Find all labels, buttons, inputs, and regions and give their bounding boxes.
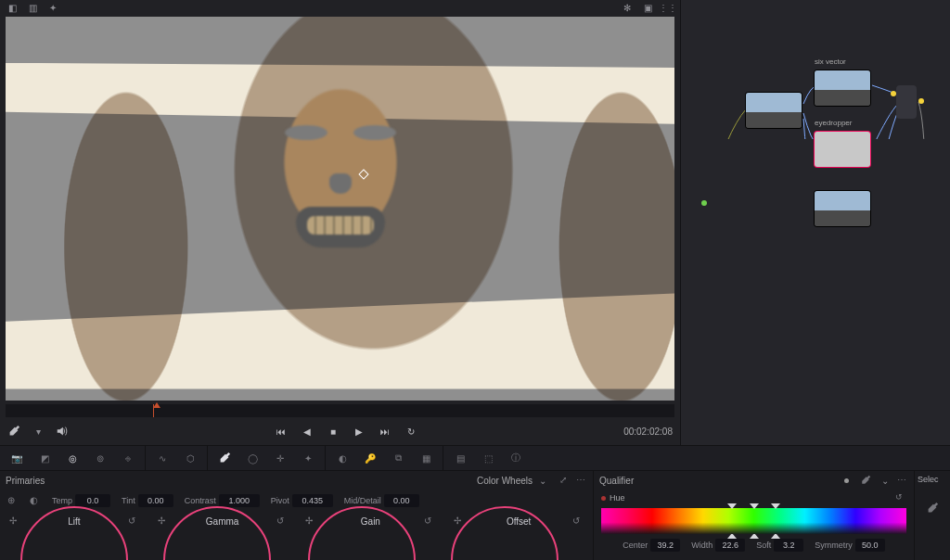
- color-match-icon[interactable]: ◩: [37, 451, 52, 465]
- gamma-adjust-icon[interactable]: ✢: [158, 515, 169, 527]
- wand-icon[interactable]: ✦: [46, 1, 59, 14]
- center-label: Center: [623, 541, 648, 550]
- curves-icon[interactable]: ∿: [155, 451, 170, 465]
- contrast-input[interactable]: [219, 494, 260, 507]
- color-wheels-icon[interactable]: ◎: [65, 451, 80, 465]
- temp-input[interactable]: [75, 494, 110, 507]
- middetail-input[interactable]: [384, 494, 419, 507]
- qualifier-title: Qualifier: [599, 476, 634, 486]
- blur-icon[interactable]: ◐: [335, 451, 350, 465]
- next-frame-button[interactable]: ⏭: [379, 425, 392, 438]
- node-port[interactable]: [891, 91, 896, 96]
- node-port[interactable]: [918, 98, 924, 104]
- selection-eyedropper-icon[interactable]: [925, 501, 940, 515]
- center-input[interactable]: [650, 539, 680, 552]
- audio-mute-icon[interactable]: [56, 425, 69, 438]
- node-04[interactable]: 04: [815, 191, 870, 226]
- split-view-icon[interactable]: ▥: [26, 1, 39, 14]
- eyedropper-tool-icon[interactable]: [7, 425, 20, 438]
- symmetry-input[interactable]: [855, 539, 885, 552]
- pivot-label: Pivot: [271, 496, 289, 505]
- window-icon[interactable]: ◯: [245, 451, 260, 465]
- node-label: eyedropper: [815, 119, 852, 127]
- symmetry-label: Symmetry: [815, 541, 853, 550]
- first-frame-button[interactable]: ⏮: [275, 425, 288, 438]
- width-label: Width: [691, 541, 712, 550]
- hue-spectrum[interactable]: [601, 508, 906, 534]
- graph-input-dot[interactable]: [701, 200, 707, 206]
- node-03[interactable]: 03: [815, 132, 870, 167]
- hue-label: Hue: [610, 493, 625, 503]
- qualifier-eyedropper-icon[interactable]: [858, 473, 873, 488]
- gain-reset-icon[interactable]: ↺: [424, 515, 435, 527]
- dropdown-caret-icon[interactable]: ▾: [33, 426, 43, 436]
- options-icon[interactable]: ⋯: [576, 475, 587, 486]
- hue-enable-dot[interactable]: [601, 496, 606, 501]
- tint-label: Tint: [122, 496, 135, 505]
- stop-button[interactable]: ■: [327, 425, 340, 438]
- sizing-icon[interactable]: ⧉: [391, 451, 405, 465]
- picker-icon[interactable]: ◐: [30, 495, 41, 506]
- expand-icon[interactable]: ⤢: [559, 475, 571, 486]
- highlight-b-icon[interactable]: ▣: [641, 1, 654, 14]
- offset-reset-icon[interactable]: ↺: [572, 515, 584, 527]
- stereo-icon[interactable]: ▦: [418, 451, 433, 465]
- hue-reset-icon[interactable]: ↺: [895, 492, 906, 503]
- options-icon[interactable]: ⋯: [897, 475, 908, 486]
- width-input[interactable]: [715, 539, 745, 552]
- primaries-title: Primaries: [6, 476, 45, 486]
- node-02[interactable]: 02: [815, 70, 870, 106]
- magic-mask-icon[interactable]: ✦: [301, 451, 315, 465]
- rgb-mixer-icon[interactable]: ⊚: [93, 451, 108, 465]
- motion-effects-icon[interactable]: ⎆: [121, 451, 135, 465]
- gain-adjust-icon[interactable]: ✢: [305, 515, 316, 527]
- soft-input[interactable]: [774, 539, 803, 552]
- selection-panel-title: Selec: [918, 475, 947, 484]
- node-graph[interactable]: 01 six vector 02 eyedropper 03 04: [681, 0, 950, 445]
- contrast-label: Contrast: [185, 496, 216, 505]
- auto-balance-icon[interactable]: ⊕: [7, 495, 19, 506]
- viewer-timeline[interactable]: [6, 404, 674, 417]
- gamma-reset-icon[interactable]: ↺: [276, 515, 288, 527]
- tint-input[interactable]: [138, 494, 173, 507]
- qualifier-mode-dot[interactable]: [844, 478, 849, 483]
- chevron-down-icon[interactable]: ⌄: [880, 476, 890, 485]
- soft-label: Soft: [756, 541, 771, 550]
- lift-adjust-icon[interactable]: ✢: [9, 515, 20, 527]
- key-icon[interactable]: 🔑: [363, 451, 378, 465]
- node-01[interactable]: 01: [746, 93, 802, 128]
- viewer-canvas[interactable]: [6, 17, 674, 401]
- timecode-display[interactable]: 00:02:02:08: [623, 426, 673, 437]
- temp-label: Temp: [52, 496, 72, 505]
- chevron-down-icon[interactable]: ⌄: [538, 476, 547, 485]
- loop-button[interactable]: ↻: [404, 425, 417, 438]
- scopes-icon[interactable]: ⬚: [481, 451, 495, 465]
- tracking-icon[interactable]: ✛: [273, 451, 288, 465]
- node-mixer[interactable]: [896, 85, 917, 119]
- keyframes-icon[interactable]: ▤: [453, 451, 468, 465]
- color-warper-icon[interactable]: ⬡: [183, 451, 198, 465]
- lift-reset-icon[interactable]: ↺: [128, 515, 139, 527]
- wheel-mode-selector[interactable]: Color Wheels: [477, 476, 533, 486]
- qualifier-icon[interactable]: [217, 451, 232, 465]
- info-icon[interactable]: ⓘ: [508, 451, 523, 465]
- pivot-input[interactable]: [292, 494, 333, 507]
- prev-frame-button[interactable]: ◀: [301, 425, 314, 438]
- view-options-icon[interactable]: ⋮⋮: [661, 1, 674, 14]
- node-label: six vector: [815, 57, 846, 66]
- middetail-label: Mid/Detail: [344, 496, 381, 505]
- play-button[interactable]: ▶: [353, 425, 366, 438]
- highlight-a-icon[interactable]: ✻: [621, 1, 634, 14]
- camera-raw-icon[interactable]: 📷: [9, 451, 24, 465]
- image-adjust-icon[interactable]: ◧: [6, 1, 19, 14]
